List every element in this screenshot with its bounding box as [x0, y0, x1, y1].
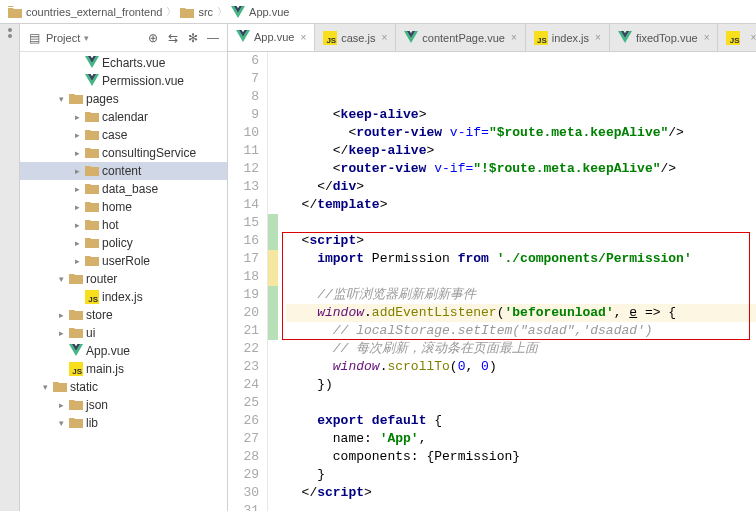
tree-item[interactable]: ▾router	[20, 270, 227, 288]
tree-arrow-icon: ▸	[72, 202, 82, 212]
tree-arrow-icon: ▾	[56, 418, 66, 428]
tree-label: content	[102, 164, 141, 178]
editor-area: App.vue×JScase.js×contentPage.vue×JSinde…	[228, 24, 756, 511]
tree-item[interactable]: ▸userRole	[20, 252, 227, 270]
close-icon[interactable]: ×	[704, 32, 710, 43]
tree-item[interactable]: Echarts.vue	[20, 54, 227, 72]
file-icon	[69, 398, 83, 413]
tree-label: store	[86, 308, 113, 322]
tree-label: Permission.vue	[102, 74, 184, 88]
close-icon[interactable]: ×	[381, 32, 387, 43]
chevron-right-icon: 〉	[166, 5, 176, 19]
code-editor[interactable]: 6789101112131415161718192021222324252627…	[228, 52, 756, 511]
editor-tab[interactable]: App.vue×	[228, 24, 315, 52]
breadcrumb-seg[interactable]: src	[198, 6, 213, 18]
tree-item[interactable]: ▸home	[20, 198, 227, 216]
editor-tab[interactable]: JScase.js×	[315, 24, 396, 51]
breadcrumb-seg[interactable]: App.vue	[249, 6, 289, 18]
tree-item[interactable]: ▾static	[20, 378, 227, 396]
sidebar-header: ▤ Project ▾ ⊕ ⇆ ✻ —	[20, 24, 227, 52]
editor-tab[interactable]: contentPage.vue×	[396, 24, 525, 51]
project-tree[interactable]: Echarts.vuePermission.vue▾pages▸calendar…	[20, 52, 227, 511]
tree-arrow-icon	[72, 292, 82, 302]
tab-label: App.vue	[254, 31, 294, 43]
tab-icon	[404, 30, 418, 46]
tree-arrow-icon: ▸	[72, 238, 82, 248]
editor-tabs: App.vue×JScase.js×contentPage.vue×JSinde…	[228, 24, 756, 52]
breadcrumb: countries_external_frontend 〉 src 〉 App.…	[0, 0, 756, 24]
tree-item[interactable]: ▸json	[20, 396, 227, 414]
folder-icon	[180, 5, 194, 19]
tree-item[interactable]: ▸calendar	[20, 108, 227, 126]
tree-arrow-icon	[56, 346, 66, 356]
file-icon: JS	[69, 362, 83, 377]
tree-item[interactable]: ▾pages	[20, 90, 227, 108]
project-view-icon[interactable]: ▤	[26, 30, 42, 46]
sidebar-title: Project	[46, 32, 80, 44]
close-icon[interactable]: ×	[511, 32, 517, 43]
tab-icon	[236, 29, 250, 45]
tree-arrow-icon: ▸	[56, 310, 66, 320]
close-icon[interactable]: ×	[595, 32, 601, 43]
tree-arrow-icon: ▸	[72, 166, 82, 176]
file-icon	[85, 146, 99, 161]
file-icon	[85, 128, 99, 143]
file-icon	[85, 110, 99, 125]
breadcrumb-seg[interactable]: countries_external_frontend	[26, 6, 162, 18]
tree-arrow-icon: ▸	[56, 400, 66, 410]
close-icon[interactable]: ×	[750, 32, 756, 43]
file-icon	[85, 236, 99, 251]
tree-item[interactable]: JSindex.js	[20, 288, 227, 306]
tree-arrow-icon: ▸	[72, 256, 82, 266]
tree-label: App.vue	[86, 344, 130, 358]
gear-icon[interactable]: ✻	[185, 30, 201, 46]
vue-icon	[231, 5, 245, 19]
tree-item[interactable]: ▾lib	[20, 414, 227, 432]
file-icon: JS	[85, 290, 99, 305]
tree-item[interactable]: ▸store	[20, 306, 227, 324]
tree-label: case	[102, 128, 127, 142]
tree-arrow-icon	[56, 364, 66, 374]
project-sidebar: ▤ Project ▾ ⊕ ⇆ ✻ — Echarts.vuePermissio…	[20, 24, 228, 511]
tree-arrow-icon: ▸	[72, 220, 82, 230]
tree-label: pages	[86, 92, 119, 106]
marker-column	[268, 52, 278, 511]
target-icon[interactable]: ⊕	[145, 30, 161, 46]
tree-item[interactable]: ▸data_base	[20, 180, 227, 198]
tree-label: userRole	[102, 254, 150, 268]
file-icon	[85, 182, 99, 197]
tree-arrow-icon: ▾	[56, 274, 66, 284]
editor-tab[interactable]: JS×	[718, 24, 756, 51]
collapse-icon[interactable]: ⇆	[165, 30, 181, 46]
close-icon[interactable]: ×	[300, 32, 306, 43]
tree-item[interactable]: ▸ui	[20, 324, 227, 342]
tree-label: ui	[86, 326, 95, 340]
tree-item[interactable]: App.vue	[20, 342, 227, 360]
tree-label: main.js	[86, 362, 124, 376]
tree-label: policy	[102, 236, 133, 250]
tree-item[interactable]: ▸consultingService	[20, 144, 227, 162]
tree-arrow-icon: ▸	[72, 112, 82, 122]
editor-tab[interactable]: JSindex.js×	[526, 24, 610, 51]
line-gutter: 6789101112131415161718192021222324252627…	[228, 52, 268, 511]
file-icon	[69, 308, 83, 323]
tree-item[interactable]: JSmain.js	[20, 360, 227, 378]
code-content[interactable]: <keep-alive> <router-view v-if="$route.m…	[278, 52, 756, 511]
editor-tab[interactable]: fixedTop.vue×	[610, 24, 719, 51]
tree-item[interactable]: ▸case	[20, 126, 227, 144]
chevron-right-icon: 〉	[217, 5, 227, 19]
tree-item[interactable]: ▸content	[20, 162, 227, 180]
tree-item[interactable]: ▸hot	[20, 216, 227, 234]
tree-item[interactable]: Permission.vue	[20, 72, 227, 90]
tree-label: json	[86, 398, 108, 412]
file-icon	[69, 326, 83, 341]
tree-arrow-icon: ▸	[56, 328, 66, 338]
file-icon	[69, 416, 83, 431]
tree-arrow-icon: ▸	[72, 130, 82, 140]
hide-icon[interactable]: —	[205, 30, 221, 46]
tree-arrow-icon: ▾	[40, 382, 50, 392]
tab-label: fixedTop.vue	[636, 32, 698, 44]
tree-arrow-icon	[72, 58, 82, 68]
tree-item[interactable]: ▸policy	[20, 234, 227, 252]
tree-label: router	[86, 272, 117, 286]
